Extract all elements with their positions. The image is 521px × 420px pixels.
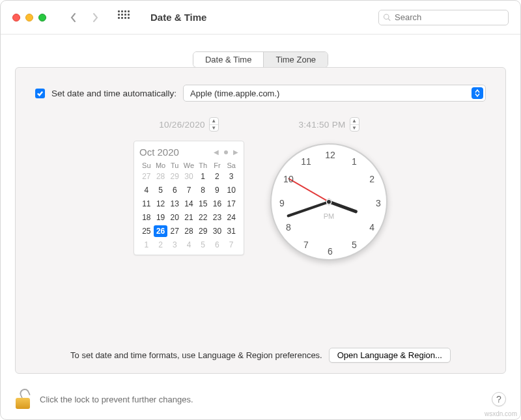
time-server-value: Apple (time.apple.com.) [190, 89, 279, 98]
calendar-day[interactable]: 23 [210, 212, 225, 223]
calendar-days[interactable]: 2728293012345678910111213141516171819202… [139, 171, 238, 251]
calendar-day[interactable]: 9 [210, 184, 225, 196]
minimize-window-icon[interactable] [25, 14, 33, 21]
calendar-day[interactable]: 28 [154, 171, 168, 182]
calendar-day[interactable]: 5 [154, 184, 168, 196]
calendar-day[interactable]: 13 [167, 198, 182, 210]
stepper-down-icon[interactable]: ▼ [350, 125, 359, 132]
calendar-day[interactable]: 29 [167, 171, 182, 182]
clock-numeral: 4 [369, 222, 374, 232]
tab-bar: Date & Time Time Zone [193, 51, 328, 68]
time-stepper[interactable]: ▲ ▼ [350, 117, 359, 132]
calendar-day[interactable]: 7 [224, 239, 238, 251]
window-controls[interactable] [12, 14, 46, 21]
date-field[interactable]: 10/26/2020 ▲ ▼ [159, 117, 219, 132]
tab-time-zone[interactable]: Time Zone [263, 52, 328, 67]
calendar-day[interactable]: 25 [139, 225, 154, 237]
clock-numeral: 9 [279, 198, 285, 208]
calendar-day[interactable]: 7 [182, 184, 196, 196]
calendar-day[interactable]: 10 [224, 184, 238, 196]
clock-numeral: 10 [283, 174, 294, 184]
clock-numeral: 11 [301, 156, 311, 167]
calendar-day[interactable]: 26 [154, 225, 168, 237]
time-field[interactable]: 3:41:50 PM ▲ ▼ [298, 117, 359, 132]
calendar-day[interactable]: 27 [139, 171, 154, 182]
calendar-day[interactable]: 24 [224, 212, 238, 223]
calendar-day[interactable]: 12 [154, 198, 168, 210]
stepper-up-icon[interactable]: ▲ [210, 118, 218, 125]
calendar-day[interactable]: 4 [139, 184, 154, 196]
calendar-day[interactable]: 2 [154, 239, 168, 251]
calendar-day[interactable]: 15 [196, 198, 210, 210]
calendar-day[interactable]: 20 [167, 212, 182, 223]
clock-numeral: 2 [369, 174, 374, 184]
lock-icon[interactable] [15, 389, 31, 409]
close-window-icon[interactable] [12, 14, 20, 21]
calendar-day[interactable]: 17 [224, 198, 238, 210]
search-input[interactable] [378, 10, 509, 25]
calendar-day[interactable]: 1 [139, 239, 154, 251]
time-server-combo[interactable]: Apple (time.apple.com.) [183, 85, 486, 102]
calendar-day[interactable]: 2 [210, 171, 225, 182]
clock-ampm: PM [324, 212, 335, 220]
clock-numeral: 12 [325, 150, 335, 160]
tab-date-time[interactable]: Date & Time [193, 52, 264, 67]
stepper-down-icon[interactable]: ▼ [210, 125, 218, 132]
calendar-day[interactable]: 4 [182, 239, 196, 251]
formats-tip: To set date and time formats, use Langua… [70, 350, 322, 360]
calendar-day[interactable]: 1 [196, 171, 210, 182]
show-all-icon[interactable] [118, 10, 132, 25]
calendar-day[interactable]: 31 [224, 225, 238, 237]
calendar-day[interactable]: 16 [210, 198, 225, 210]
combo-arrows-icon[interactable] [472, 87, 483, 99]
clock-numeral: 3 [376, 198, 381, 208]
calendar-day[interactable]: 8 [196, 184, 210, 196]
calendar-day[interactable]: 5 [196, 239, 210, 251]
calendar-day[interactable]: 30 [182, 171, 196, 182]
svg-line-1 [388, 19, 390, 21]
clock-numeral: 8 [286, 222, 291, 232]
preferences-panel: Set date and time automatically: Apple (… [15, 67, 506, 374]
help-button[interactable]: ? [492, 392, 506, 406]
auto-datetime-checkbox[interactable] [35, 89, 45, 98]
calendar-day[interactable]: 18 [139, 212, 154, 223]
calendar-day[interactable]: 3 [167, 239, 182, 251]
back-button[interactable] [64, 9, 81, 26]
calendar-title: Oct 2020 [139, 147, 179, 158]
search-field[interactable] [395, 12, 504, 22]
calendar-day[interactable]: 22 [196, 212, 210, 223]
calendar-day[interactable]: 11 [139, 198, 154, 210]
calendar-day[interactable]: 28 [182, 225, 196, 237]
calendar-day[interactable]: 6 [167, 184, 182, 196]
calendar-day[interactable]: 3 [224, 171, 238, 182]
stepper-up-icon[interactable]: ▲ [350, 118, 359, 125]
clock-numeral: 1 [352, 156, 357, 167]
calendar-day[interactable]: 27 [167, 225, 182, 237]
calendar-day[interactable]: 14 [182, 198, 196, 210]
analog-clock: PM 121234567891011 [270, 143, 387, 260]
zoom-window-icon[interactable] [38, 14, 46, 21]
calendar-next-icon[interactable]: ▶ [233, 148, 238, 156]
calendar-day[interactable]: 29 [196, 225, 210, 237]
second-hand [288, 178, 329, 202]
calendar-weekdays: SuMoTuWeThFrSa [139, 161, 238, 169]
auto-datetime-label: Set date and time automatically: [51, 89, 176, 98]
watermark: wsxdn.com [485, 410, 517, 417]
calendar[interactable]: Oct 2020 ◀ ▶ SuMoTuWeThFrSa 272829301234… [134, 141, 244, 255]
forward-button[interactable] [87, 9, 104, 26]
calendar-day[interactable]: 6 [210, 239, 225, 251]
calendar-today-icon[interactable] [224, 150, 228, 154]
clock-numeral: 5 [352, 240, 357, 250]
clock-pin-icon [326, 199, 332, 205]
search-icon [383, 13, 391, 21]
calendar-day[interactable]: 21 [182, 212, 196, 223]
calendar-prev-icon[interactable]: ◀ [214, 148, 219, 156]
date-stepper[interactable]: ▲ ▼ [209, 117, 219, 132]
time-value: 3:41:50 PM [298, 120, 345, 130]
calendar-day[interactable]: 30 [210, 225, 225, 237]
date-value: 10/26/2020 [159, 120, 205, 130]
open-language-region-button[interactable]: Open Language & Region... [329, 348, 451, 363]
clock-numeral: 6 [328, 246, 333, 257]
window-title: Date & Time [150, 12, 373, 23]
calendar-day[interactable]: 19 [154, 212, 168, 223]
